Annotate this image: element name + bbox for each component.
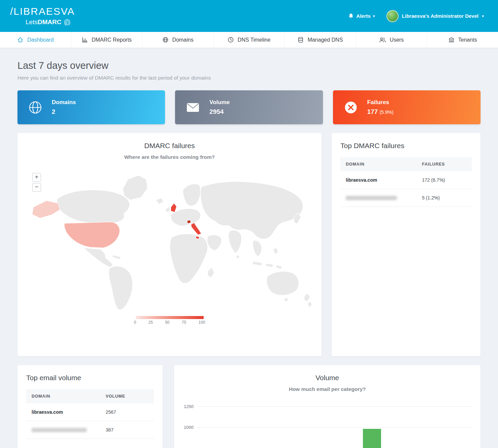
column-header-domain: Domain bbox=[340, 157, 417, 171]
map-region-italy bbox=[191, 223, 201, 235]
stat-value: 2 bbox=[52, 108, 76, 116]
top-failures-title: Top DMARC failures bbox=[340, 142, 472, 150]
stat-value: 2954 bbox=[209, 108, 230, 116]
envelope-icon bbox=[185, 100, 201, 115]
user-menu[interactable]: Libraesva's Administrator Devel ▾ bbox=[386, 10, 484, 22]
tab-label: Dashboard bbox=[27, 37, 53, 43]
legend-tick: 25 bbox=[148, 320, 153, 325]
tab-domains[interactable]: Domains bbox=[142, 32, 213, 48]
logo-text: /LIBRAESVA bbox=[10, 6, 75, 17]
tab-label: DNS Timeline bbox=[238, 37, 271, 43]
map-card-subtitle: Where are the failures coming from? bbox=[26, 154, 314, 160]
tab-managed-dns[interactable]: Managed DNS bbox=[284, 32, 356, 48]
stat-label: Volume bbox=[209, 99, 230, 106]
tab-dashboard[interactable]: Dashboard bbox=[0, 32, 71, 48]
alerts-menu[interactable]: Alerts ▾ bbox=[348, 13, 375, 19]
map-region-uk bbox=[171, 203, 176, 212]
legend-gradient-bar bbox=[136, 316, 204, 319]
globe-icon bbox=[162, 37, 169, 43]
building-icon bbox=[448, 37, 455, 43]
stat-percent: (5.9%) bbox=[380, 109, 393, 115]
tab-label: DMARC Reports bbox=[92, 37, 132, 43]
logo-lets: Lets bbox=[26, 18, 38, 26]
stat-cards: Domains 2 Volume 2954 Failures 177 (5.9%… bbox=[17, 90, 481, 124]
world-map: + − bbox=[26, 168, 314, 325]
volume-cell: 2567 bbox=[100, 403, 154, 421]
page-title: Last 7 days overview bbox=[17, 60, 481, 71]
page-subtitle: Here you can find an overview of DMARC r… bbox=[17, 75, 481, 81]
top-volume-title: Top email volume bbox=[26, 374, 154, 382]
tab-dns-timeline[interactable]: DNS Timeline bbox=[213, 32, 285, 48]
alerts-label: Alerts bbox=[356, 13, 371, 19]
column-header-failures: Failures bbox=[417, 157, 472, 171]
map-region-usa bbox=[64, 222, 120, 248]
table-row[interactable]: 387 bbox=[26, 421, 154, 439]
redacted-text bbox=[32, 428, 87, 432]
top-email-volume-card: Top email volume Domain Volume libraesva… bbox=[17, 365, 163, 448]
bar-chart-icon bbox=[82, 37, 88, 43]
top-failures-table: Domain Failures libraesva.com 172 (6.7%)… bbox=[340, 157, 472, 207]
main-nav: Dashboard DMARC Reports Domains DNS Time… bbox=[0, 32, 498, 48]
chevron-down-icon: ▾ bbox=[373, 14, 375, 18]
users-icon bbox=[379, 37, 386, 43]
table-row[interactable]: libraesva.com 2567 bbox=[26, 403, 154, 421]
logo-dmarc: DMARC bbox=[38, 18, 61, 26]
dmarc-failures-map-card: DMARC failures Where are the failures co… bbox=[17, 133, 322, 356]
database-icon bbox=[297, 37, 304, 43]
top-dmarc-failures-card: Top DMARC failures Domain Failures libra… bbox=[332, 133, 481, 356]
zoom-in-button[interactable]: + bbox=[32, 173, 41, 182]
clock-icon bbox=[227, 37, 234, 43]
bell-icon bbox=[348, 13, 354, 19]
top-volume-table: Domain Volume libraesva.com 2567 387 bbox=[26, 389, 154, 439]
volume-chart[interactable]: 1250 1000 bbox=[174, 406, 481, 448]
volume-bar[interactable] bbox=[363, 429, 381, 448]
x-circle-icon bbox=[343, 100, 359, 115]
domain-cell: libraesva.com bbox=[340, 171, 417, 189]
domain-cell-redacted bbox=[340, 189, 417, 207]
world-map-svg[interactable] bbox=[26, 168, 312, 313]
domain-cell: libraesva.com bbox=[26, 403, 100, 421]
table-row[interactable]: 5 (1.2%) bbox=[340, 189, 472, 207]
stat-value: 177 (5.9%) bbox=[367, 108, 393, 116]
tab-tenants[interactable]: Tenants bbox=[427, 32, 498, 48]
failures-cell: 172 (6.7%) bbox=[417, 171, 472, 189]
volume-chart-title: Volume bbox=[174, 374, 481, 382]
redacted-text bbox=[346, 196, 397, 200]
legend-tick: 50 bbox=[165, 320, 169, 325]
stat-volume[interactable]: Volume 2954 bbox=[175, 90, 323, 124]
tab-label: Managed DNS bbox=[307, 37, 343, 43]
tab-label: Users bbox=[390, 37, 404, 43]
domain-cell-redacted bbox=[26, 421, 100, 439]
map-card-title: DMARC failures bbox=[26, 142, 314, 150]
zoom-out-button[interactable]: − bbox=[32, 183, 41, 192]
tab-label: Tenants bbox=[458, 37, 477, 43]
stat-domains[interactable]: Domains 2 bbox=[17, 90, 165, 124]
legend-tick: 75 bbox=[182, 320, 186, 325]
libraesva-logo: /LIBRAESVA LetsDMARC bbox=[10, 6, 75, 26]
legend-tick: 100 bbox=[198, 320, 205, 325]
table-row[interactable]: libraesva.com 172 (6.7%) bbox=[340, 171, 472, 189]
gridline-1000: 1000 bbox=[198, 427, 472, 428]
home-icon bbox=[17, 37, 24, 43]
gridline-1250: 1250 bbox=[198, 406, 472, 407]
volume-chart-subtitle: How much email per category? bbox=[174, 386, 481, 392]
avatar bbox=[386, 10, 399, 22]
failures-cell: 5 (1.2%) bbox=[417, 189, 472, 207]
column-header-volume: Volume bbox=[100, 389, 154, 403]
y-axis-tick: 1250 bbox=[178, 404, 194, 409]
tab-users[interactable]: Users bbox=[356, 32, 427, 48]
app-header: /LIBRAESVA LetsDMARC Alerts ▾ Libraesva'… bbox=[0, 0, 498, 32]
y-axis-tick: 1000 bbox=[178, 425, 194, 430]
stat-failures[interactable]: Failures 177 (5.9%) bbox=[333, 90, 481, 124]
tab-label: Domains bbox=[172, 37, 194, 43]
column-header-domain: Domain bbox=[26, 389, 100, 403]
volume-chart-card: Volume How much email per category? 1250… bbox=[174, 365, 481, 448]
legend-tick: 0 bbox=[134, 320, 136, 325]
globe-icon bbox=[28, 100, 43, 115]
chevron-down-icon: ▾ bbox=[482, 14, 484, 18]
logo-subtext: LetsDMARC bbox=[26, 18, 75, 26]
volume-cell: 387 bbox=[100, 421, 154, 439]
tab-dmarc-reports[interactable]: DMARC Reports bbox=[71, 32, 142, 48]
stat-label: Domains bbox=[52, 99, 76, 106]
map-region-alaska bbox=[32, 200, 60, 218]
